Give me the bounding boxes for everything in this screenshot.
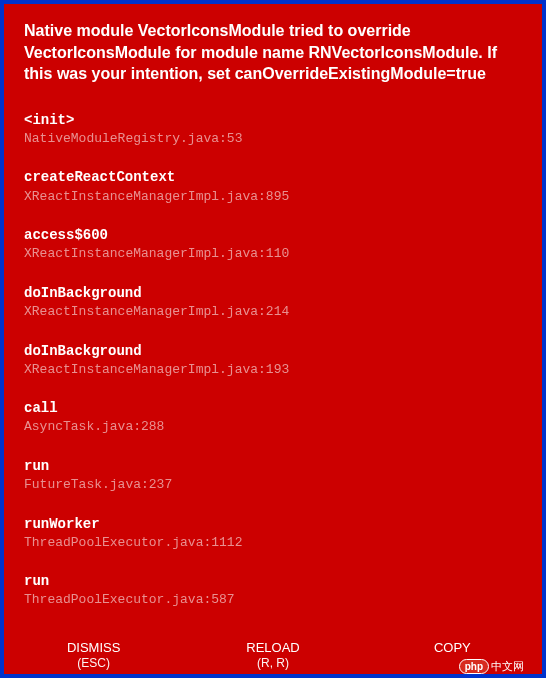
stack-location: ThreadPoolExecutor.java:587 bbox=[24, 590, 522, 610]
stack-location: NativeModuleRegistry.java:53 bbox=[24, 129, 522, 149]
dismiss-button-hint: (ESC) bbox=[4, 656, 183, 670]
error-title: Native module VectorIconsModule tried to… bbox=[24, 20, 522, 85]
stack-frame[interactable]: runFutureTask.java:237 bbox=[24, 457, 522, 495]
stack-location: XReactInstanceManagerImpl.java:214 bbox=[24, 302, 522, 322]
watermark: php 中文网 bbox=[459, 659, 524, 674]
error-scroll-area[interactable]: Native module VectorIconsModule tried to… bbox=[4, 4, 542, 632]
stack-location: XReactInstanceManagerImpl.java:110 bbox=[24, 244, 522, 264]
stack-method: createReactContext bbox=[24, 168, 522, 186]
stack-location: AsyncTask.java:288 bbox=[24, 417, 522, 437]
stack-location: ThreadPoolExecutor.java:1112 bbox=[24, 533, 522, 553]
stack-frame[interactable]: doInBackgroundXReactInstanceManagerImpl.… bbox=[24, 284, 522, 322]
dismiss-button-label: DISMISS bbox=[4, 640, 183, 656]
stack-frame[interactable]: runThreadPoolExecutor.java:587 bbox=[24, 572, 522, 610]
stack-location: XReactInstanceManagerImpl.java:193 bbox=[24, 360, 522, 380]
stack-method: doInBackground bbox=[24, 342, 522, 360]
stack-method: runWorker bbox=[24, 515, 522, 533]
watermark-badge: php bbox=[459, 659, 489, 674]
stack-method: doInBackground bbox=[24, 284, 522, 302]
stack-location: XReactInstanceManagerImpl.java:895 bbox=[24, 187, 522, 207]
stack-method: access$600 bbox=[24, 226, 522, 244]
stack-trace: <init>NativeModuleRegistry.java:53create… bbox=[24, 111, 522, 632]
stack-frame[interactable]: access$600XReactInstanceManagerImpl.java… bbox=[24, 226, 522, 264]
reload-button-hint: (R, R) bbox=[183, 656, 362, 670]
reload-button-label: RELOAD bbox=[183, 640, 362, 656]
copy-button-label: COPY bbox=[363, 640, 542, 656]
reload-button[interactable]: RELOAD (R, R) bbox=[183, 638, 362, 672]
stack-location: FutureTask.java:237 bbox=[24, 475, 522, 495]
stack-method: <init> bbox=[24, 111, 522, 129]
stack-frame[interactable]: doInBackgroundXReactInstanceManagerImpl.… bbox=[24, 342, 522, 380]
stack-frame[interactable]: runWorkerThreadPoolExecutor.java:1112 bbox=[24, 515, 522, 553]
stack-method: run bbox=[24, 572, 522, 590]
stack-frame[interactable]: <init>NativeModuleRegistry.java:53 bbox=[24, 111, 522, 149]
stack-frame[interactable]: callAsyncTask.java:288 bbox=[24, 399, 522, 437]
stack-frame[interactable]: createReactContextXReactInstanceManagerI… bbox=[24, 168, 522, 206]
dismiss-button[interactable]: DISMISS (ESC) bbox=[4, 638, 183, 672]
redbox-error-screen: Native module VectorIconsModule tried to… bbox=[4, 4, 542, 674]
stack-method: run bbox=[24, 457, 522, 475]
watermark-text: 中文网 bbox=[491, 659, 524, 674]
stack-method: call bbox=[24, 399, 522, 417]
